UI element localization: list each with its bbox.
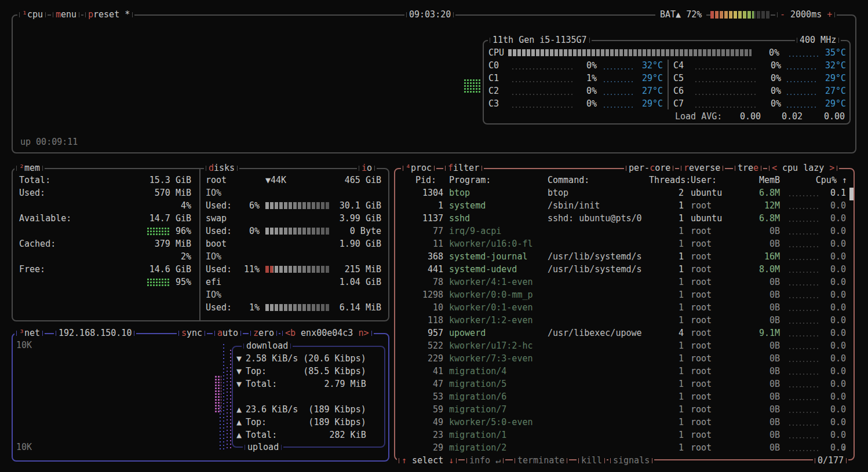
proc-program: kworker/0:0-mm_p bbox=[449, 288, 533, 301]
proc-row[interactable]: 118kworker/1:2-even1root0B0.0 bbox=[399, 314, 853, 327]
reverse-toggle[interactable]: reverse bbox=[679, 162, 725, 174]
proc-row[interactable]: 522kworker/u17:2-hc1root0B0.0 bbox=[399, 339, 853, 352]
terminate-button[interactable]: terminate bbox=[513, 454, 569, 467]
cpu-core-usage-graph bbox=[694, 93, 758, 96]
filter-button[interactable]: filter bbox=[443, 162, 484, 174]
proc-row[interactable]: 49kworker/5:0-even1root0B0.0 bbox=[399, 416, 853, 429]
disk-used-percent: 0% bbox=[231, 225, 260, 237]
proc-cpu: 0.0 bbox=[818, 365, 846, 378]
proc-cpu-graph bbox=[788, 258, 820, 261]
hotkey: ² bbox=[19, 163, 24, 173]
cpu-core-temp-graph bbox=[603, 106, 634, 108]
proc-threads: 1 bbox=[649, 390, 684, 403]
cpu-core-percent: 0% bbox=[763, 72, 781, 85]
proc-mem: 0B bbox=[744, 276, 780, 288]
signals-button[interactable]: signals bbox=[608, 454, 654, 467]
battery-icon: BAT▲ bbox=[660, 9, 681, 20]
column-header-program: Program: bbox=[449, 174, 491, 186]
net-interface-switcher[interactable]: <b enx00e04c3 n> bbox=[280, 327, 374, 339]
preset-button[interactable]: preset * bbox=[83, 8, 134, 21]
proc-command: /usr/lib/systemd/s bbox=[548, 250, 642, 263]
proc-box-title[interactable]: ⁴proc bbox=[401, 162, 436, 174]
tree-toggle[interactable]: tree bbox=[733, 162, 763, 174]
load-avg-15m: 0.00 bbox=[816, 110, 845, 123]
decrease-interval-button[interactable]: - bbox=[780, 9, 785, 20]
proc-row[interactable]: 1298kworker/0:0-mm_p1root0B0.0 bbox=[399, 288, 853, 301]
proc-cpu-graph bbox=[788, 220, 820, 222]
proc-row[interactable]: 53migration/61root0B0.0 bbox=[399, 390, 853, 403]
next-interface-button[interactable]: n> bbox=[358, 328, 369, 338]
proc-row[interactable]: 1137sshdsshd: ubuntu@pts/01ubuntu6.8M0.0 bbox=[399, 212, 853, 225]
proc-row[interactable]: 441systemd-udevd/usr/lib/systemd/s1root8… bbox=[399, 263, 853, 276]
refresh-rate-control[interactable]: -2000ms+ bbox=[775, 8, 837, 21]
sort-prev-button[interactable]: < bbox=[772, 163, 777, 173]
proc-row[interactable]: 957upowerd/usr/libexec/upowe4root9.1M0.0 bbox=[399, 327, 853, 339]
menu-button[interactable]: menu bbox=[51, 8, 81, 21]
net-graph-column bbox=[223, 343, 225, 449]
proc-cpu-graph bbox=[788, 373, 820, 375]
prev-interface-button[interactable]: <b bbox=[285, 328, 296, 338]
net-sync-toggle[interactable]: sync bbox=[177, 327, 207, 339]
upload-stat: 23.6 KiB/s (189 Kibps) bbox=[246, 403, 366, 416]
proc-row[interactable]: 229kworker/7:3-even1root0B0.0 bbox=[399, 352, 853, 365]
proc-program: irq/9-acpi bbox=[449, 225, 501, 237]
proc-threads: 2 bbox=[649, 186, 684, 199]
net-graph-column bbox=[229, 349, 232, 449]
proc-command: btop bbox=[548, 186, 568, 199]
cpu-total-percent: 0% bbox=[761, 46, 779, 59]
proc-row[interactable]: 41migration/41root0B0.0 bbox=[399, 365, 853, 378]
proc-program: sshd bbox=[449, 212, 470, 225]
cpu-box-button[interactable]: ¹cpu bbox=[17, 8, 48, 21]
proc-threads: 1 bbox=[649, 352, 684, 365]
proc-row[interactable]: 1systemd/sbin/init1root12M0.0 bbox=[399, 199, 853, 212]
disks-toggle[interactable]: disks bbox=[204, 162, 239, 174]
cpu-core-temp: 29°C bbox=[637, 72, 663, 85]
hotkey: e bbox=[753, 163, 758, 173]
proc-user: root bbox=[691, 250, 712, 263]
proc-threads: 1 bbox=[649, 403, 684, 416]
proc-scrollbar-thumb[interactable] bbox=[849, 188, 854, 200]
upload-arrow-icon: ▲ bbox=[236, 416, 242, 429]
proc-row[interactable]: 47migration/51root0B0.0 bbox=[399, 378, 853, 390]
cpu-core-temp-graph bbox=[603, 68, 634, 70]
proc-pid: 1304 bbox=[400, 186, 443, 199]
select-control[interactable]: ↑select↓ bbox=[397, 454, 458, 467]
mem-stat-label: Cached: bbox=[19, 237, 56, 250]
proc-row[interactable]: 11kworker/u16:0-fl1root0B0.0 bbox=[399, 237, 853, 250]
sort-selector[interactable]: < cpu lazy > bbox=[767, 162, 839, 174]
disk-used-value: 6.14 MiB bbox=[313, 301, 381, 314]
arrow-up-icon: ↑ bbox=[402, 455, 407, 466]
sort-next-button[interactable]: > bbox=[829, 163, 834, 173]
disk-name: boot bbox=[206, 237, 227, 250]
proc-program: systemd-journal bbox=[449, 250, 527, 263]
info-button[interactable]: info ↵ bbox=[465, 454, 505, 467]
proc-row[interactable]: 23migration/11root0B0.0 bbox=[399, 429, 853, 441]
cpu-core-usage-graph bbox=[694, 106, 758, 108]
proc-row[interactable]: 59migration/71root0B0.0 bbox=[399, 403, 853, 416]
net-auto-toggle[interactable]: auto bbox=[213, 327, 243, 339]
io-mode-toggle[interactable]: io bbox=[357, 162, 377, 174]
proc-row[interactable]: 29migration/21root0B0.0 bbox=[399, 441, 853, 454]
battery-meter-fill bbox=[710, 11, 754, 19]
hotkey: s bbox=[181, 328, 187, 338]
net-zero-toggle[interactable]: zero bbox=[249, 327, 279, 339]
kill-button[interactable]: kill bbox=[577, 454, 607, 467]
label: select bbox=[412, 455, 443, 466]
proc-row[interactable]: 368systemd-journal/usr/lib/systemd/s1roo… bbox=[399, 250, 853, 263]
proc-row[interactable]: 1304btopbtop2ubuntu6.8M0.1 bbox=[399, 186, 853, 199]
proc-program: kworker/u17:2-hc bbox=[449, 339, 533, 352]
proc-mem: 9.1M bbox=[744, 327, 780, 339]
mem-box-title[interactable]: ²mem bbox=[14, 162, 45, 174]
proc-user: root bbox=[691, 301, 712, 314]
proc-row[interactable]: 10kworker/0:1-even1root0B0.0 bbox=[399, 301, 853, 314]
proc-program: upowerd bbox=[449, 327, 486, 339]
proc-row[interactable]: 78kworker/4:1-even1root0B0.0 bbox=[399, 276, 853, 288]
increase-interval-button[interactable]: + bbox=[827, 9, 832, 20]
net-graph-column bbox=[226, 366, 228, 449]
proc-threads: 1 bbox=[649, 314, 684, 327]
disk-used-percent: 1% bbox=[231, 301, 260, 314]
proc-row[interactable]: 77irq/9-acpi1root0B0.0 bbox=[399, 225, 853, 237]
net-graph-cluster bbox=[214, 375, 221, 412]
per-core-toggle[interactable]: per-core bbox=[624, 162, 675, 174]
net-box-title[interactable]: ³net bbox=[14, 327, 45, 339]
